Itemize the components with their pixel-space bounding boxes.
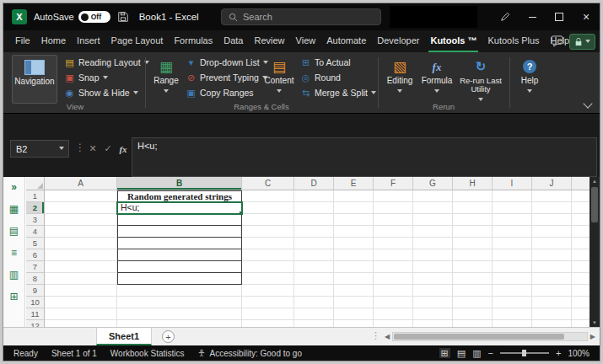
cell-B3[interactable] [117,214,242,226]
cell-F3[interactable] [374,214,413,226]
cell-I4[interactable] [493,226,532,238]
cell-B2[interactable]: H<u; [117,202,242,214]
tab-developer[interactable]: Developer [375,30,421,52]
cell-G4[interactable] [413,226,453,238]
merge-split-button[interactable]: Merge & Split [300,86,376,99]
cell-E5[interactable] [334,238,374,249]
cell-A6[interactable] [45,249,117,261]
cell-I2[interactable] [493,202,532,214]
dropdown-list-button[interactable]: Drop-down List [186,56,268,69]
save-icon[interactable] [117,11,129,23]
cell-D1[interactable] [294,190,334,202]
tab-data[interactable]: Data [222,30,245,52]
scroll-up-icon[interactable]: ▲ [592,177,597,185]
cell-F7[interactable] [374,261,413,273]
enter-button[interactable]: ✓ [101,140,115,158]
round-button[interactable]: Round [300,71,341,84]
autosave-toggle[interactable]: Off [78,11,110,23]
zoom-level[interactable]: 100% [568,349,590,358]
tab-file[interactable]: File [13,30,32,52]
cell-B12[interactable] [117,320,242,327]
column-list-icon[interactable] [9,269,19,281]
column-header-J[interactable]: J [532,177,572,190]
cell-F1[interactable] [374,190,413,202]
cell-partial-2[interactable] [572,202,590,214]
row-header-6[interactable]: 6 [26,249,45,261]
cell-C9[interactable] [242,285,294,297]
cell-J4[interactable] [532,226,572,238]
cell-G8[interactable] [413,273,453,285]
cell-partial-3[interactable] [572,214,590,226]
sheet-count[interactable]: Sheet 1 of 1 [51,349,97,358]
cell-F6[interactable] [374,249,413,261]
tab-automate[interactable]: Automate [325,30,368,52]
cell-I3[interactable] [493,214,532,226]
formula-bar-grip[interactable] [75,142,85,153]
copy-ranges-button[interactable]: Copy Ranges [186,86,254,99]
cell-H6[interactable] [453,249,493,261]
cell-partial-7[interactable] [572,261,590,273]
cell-G1[interactable] [413,190,453,202]
column-header-I[interactable]: I [493,177,532,190]
cell-C5[interactable] [242,238,294,249]
zoom-in-button[interactable]: + [556,348,561,358]
cell-F12[interactable] [374,320,413,327]
formula-button[interactable]: Formula [420,55,454,104]
cell-I1[interactable] [493,190,532,202]
cell-H2[interactable] [453,202,493,214]
cell-A5[interactable] [45,238,117,249]
cell-A10[interactable] [45,297,117,308]
row-header-5[interactable]: 5 [26,238,45,249]
expand-pane-icon[interactable] [11,181,17,193]
editing-button[interactable]: Editing [383,55,417,104]
cell-D11[interactable] [294,308,334,320]
cell-J12[interactable] [532,320,572,327]
cell-I8[interactable] [493,273,532,285]
row-header-9[interactable]: 9 [26,285,45,297]
cell-partial-1[interactable] [572,190,590,202]
cell-partial-6[interactable] [572,249,590,261]
page-layout-view-icon[interactable] [457,348,466,358]
tab-kutools[interactable]: Kutools ™ [428,30,478,52]
reading-layout-button[interactable]: Reading Layout [64,56,149,69]
share-button[interactable] [569,34,595,50]
comments-icon[interactable] [551,35,563,47]
minimize-button[interactable] [519,3,546,30]
column-header-H[interactable]: H [453,177,493,190]
cell-A1[interactable] [45,190,117,202]
cell-G5[interactable] [413,238,453,249]
cell-E3[interactable] [334,214,374,226]
cell-C8[interactable] [242,273,294,285]
cell-F9[interactable] [374,285,413,297]
cell-H3[interactable] [453,214,493,226]
tab-insert[interactable]: Insert [75,30,102,52]
cell-G7[interactable] [413,261,453,273]
row-header-12[interactable]: 12 [26,320,45,327]
cell-I11[interactable] [493,308,532,320]
cell-J8[interactable] [532,273,572,285]
cell-C1[interactable] [242,190,294,202]
cell-B10[interactable] [117,297,242,308]
row-header-4[interactable]: 4 [26,226,45,238]
zoom-slider[interactable] [500,352,549,354]
cell-J2[interactable] [532,202,572,214]
cell-G11[interactable] [413,308,453,320]
row-header-7[interactable]: 7 [26,261,45,273]
column-header-D[interactable]: D [294,177,334,190]
cell-H1[interactable] [453,190,493,202]
cell-D6[interactable] [294,249,334,261]
cell-A12[interactable] [45,320,117,327]
tab-bar-splitter[interactable] [371,330,380,341]
cell-F5[interactable] [374,238,413,249]
cell-F11[interactable] [374,308,413,320]
tab-review[interactable]: Review [252,30,286,52]
row-header-3[interactable]: 3 [26,214,45,226]
cell-partial-4[interactable] [572,226,590,238]
cell-J3[interactable] [532,214,572,226]
cell-I9[interactable] [493,285,532,297]
cell-C4[interactable] [242,226,294,238]
horizontal-scroll-track[interactable] [392,332,588,341]
range-button[interactable]: Range [150,55,182,104]
horizontal-scrollbar[interactable]: ◀ ▶ [385,331,595,342]
cell-A7[interactable] [45,261,117,273]
